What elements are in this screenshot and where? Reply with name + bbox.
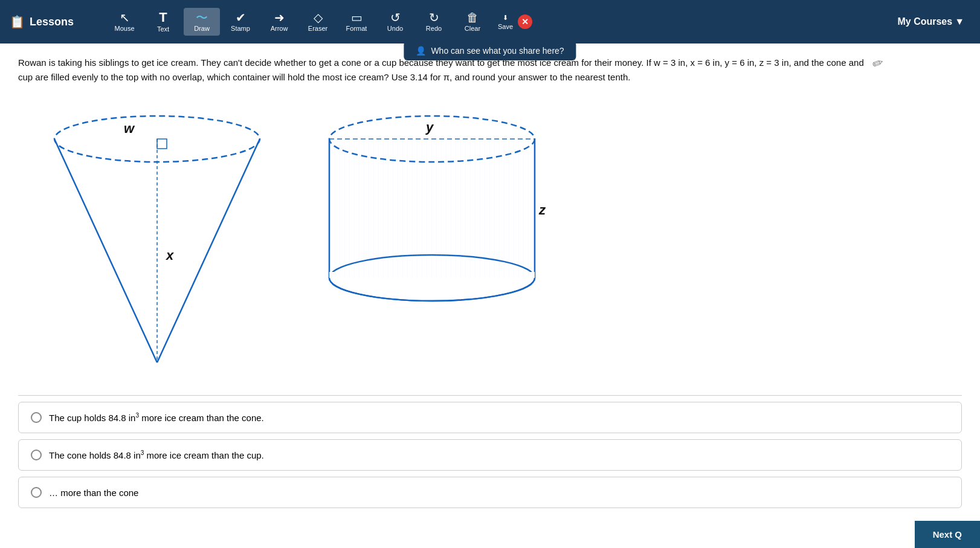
cone-svg: w x [30,103,284,369]
save-tool[interactable]: ⬇ Save [493,11,518,33]
answer-option-a[interactable]: The cup holds 84.8 in3 more ice cream th… [18,402,962,433]
cone-x-label: x [166,248,174,263]
redo-label: Redo [426,25,442,32]
mouse-icon: ↖ [120,11,130,24]
redo-tool[interactable]: ↻ Redo [416,8,452,36]
cylinder-y-label: y [425,120,434,135]
my-courses-label: My Courses [897,16,952,27]
radio-b[interactable] [31,450,42,460]
draw-tool[interactable]: 〜 Draw [184,8,220,36]
cylinder-z-label: z [538,202,546,218]
answer-a-text: The cup holds 84.8 in3 more ice cream th… [49,412,264,423]
format-tool[interactable]: ▭ Format [338,8,375,36]
svg-rect-4 [157,139,167,149]
arrow-tool[interactable]: ➜ Arrow [261,8,297,36]
close-button[interactable]: ✕ [518,15,532,29]
arrow-icon: ➜ [274,11,285,24]
save-group: ⬇ Save ✕ [493,11,532,33]
undo-label: Undo [387,25,403,32]
brand-label: Lessons [30,16,74,28]
text-tool[interactable]: T Text [145,7,181,36]
lessons-icon: 📋 [10,15,25,29]
cone-container: w x [30,103,284,371]
save-icon: ⬇ [503,14,508,22]
text-label: Text [157,25,169,33]
answer-option-c[interactable]: … more than the cone [18,477,962,508]
stamp-tool[interactable]: ✔ Stamp [222,8,259,36]
mouse-label: Mouse [114,25,134,32]
arrow-label: Arrow [271,25,288,32]
undo-icon: ↺ [390,11,401,24]
pencil-cursor: ✏ [870,54,886,73]
redo-icon: ↻ [429,11,439,24]
answer-options: The cup holds 84.8 in3 more ice cream th… [18,395,962,508]
stamp-icon: ✔ [236,11,246,24]
main-content: Rowan is taking his siblings to get ice … [0,44,980,548]
toolbar-tools: ↖ Mouse T Text 〜 Draw ✔ Stamp ➜ Arrow ◇ … [106,7,891,36]
svg-rect-12 [329,139,535,278]
text-icon: T [159,11,167,24]
draw-label: Draw [194,25,210,32]
eraser-tool[interactable]: ◇ Eraser [300,8,336,36]
stamp-label: Stamp [231,25,250,32]
cone-w-label: w [124,121,135,136]
answer-c-text: … more than the cone [49,488,138,498]
next-button[interactable]: Next Q [915,521,980,548]
mouse-tool[interactable]: ↖ Mouse [106,8,143,36]
draw-icon: 〜 [196,11,208,24]
cylinder-container: y z [320,103,550,323]
clear-tool[interactable]: 🗑 Clear [454,8,491,36]
toolbar: 📋 Lessons ↖ Mouse T Text 〜 Draw ✔ Stamp … [0,0,980,44]
cylinder-svg: y z [320,103,550,320]
share-tooltip: 👤 Who can see what you share here? [404,41,576,60]
undo-tool[interactable]: ↺ Undo [377,8,413,36]
save-label: Save [498,23,513,30]
clear-label: Clear [465,25,480,32]
format-label: Format [346,25,367,32]
clear-icon: 🗑 [466,11,479,24]
my-courses-chevron: ▼ [955,16,964,27]
toolbar-right: My Courses ▼ [891,13,970,31]
shapes-area: w x [18,103,962,371]
answer-b-text: The cone holds 84.8 in3 more ice cream t… [49,450,264,460]
format-icon: ▭ [351,11,363,24]
share-person-icon: 👤 [416,46,426,56]
eraser-label: Eraser [308,25,327,32]
svg-line-1 [54,139,157,363]
share-tooltip-text: Who can see what you share here? [431,46,564,56]
radio-c[interactable] [31,487,42,498]
answer-option-b[interactable]: The cone holds 84.8 in3 more ice cream t… [18,439,962,471]
my-courses-button[interactable]: My Courses ▼ [891,13,970,31]
eraser-icon: ◇ [314,11,323,24]
brand: 📋 Lessons [10,15,94,29]
radio-a[interactable] [31,412,42,423]
